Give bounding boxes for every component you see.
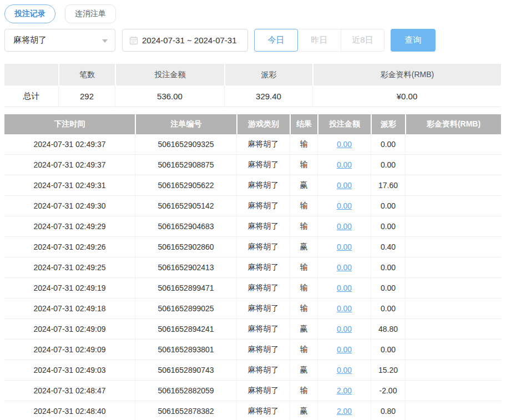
summary-header-bet-amount: 投注金额 [115,64,224,85]
bet-amount-link[interactable]: 0.00 [337,263,352,272]
summary-total-row: 总计 292 536.00 329.40 ¥0.00 [4,85,501,107]
cell-jackpot [405,278,501,298]
cell-payout: 15.20 [371,360,405,381]
cell-game-type: 麻将胡了 [236,278,290,298]
cell-order-id: 5061652878382 [135,401,236,420]
cell-order-id: 5061652894241 [135,319,236,340]
summary-table: 笔数 投注金额 派彩 彩金资料(RMB) 总计 292 536.00 329.4… [4,64,501,107]
cell-game-type: 麻将胡了 [236,216,290,237]
bet-amount-link[interactable]: 0.00 [337,140,352,149]
bet-amount-link[interactable]: 0.00 [337,181,352,190]
records-header-row: 下注时间 注单编号 游戏类别 结果 投注金额 派彩 彩金资料(RMB) [4,114,501,134]
header-payout: 派彩 [371,114,405,134]
cell-bet-amount: 0.00 [317,216,371,237]
cell-bet-amount: 0.00 [317,237,371,257]
range-btn-today[interactable]: 今日 [254,29,298,52]
tab-bet-records[interactable]: 投注记录 [4,4,55,23]
top-tabs: 投注记录 连消注单 [4,4,502,23]
summary-header-count: 笔数 [58,64,115,85]
bet-amount-link[interactable]: 0.00 [337,242,352,251]
range-btn-last8days[interactable]: 近8日 [341,29,384,52]
cell-bet-time: 2024-07-31 02:49:18 [4,298,135,319]
bet-amount-link[interactable]: 0.00 [337,345,352,354]
cell-game-type: 麻将胡了 [236,319,290,340]
summary-header-jackpot: 彩金资料(RMB) [312,64,501,85]
cell-game-type: 麻将胡了 [236,340,290,360]
cell-bet-amount: 0.00 [317,155,371,175]
cell-payout: 0.00 [371,298,405,319]
bet-amount-link[interactable]: 0.00 [337,201,352,210]
cell-jackpot [405,401,501,420]
cell-jackpot [405,381,501,401]
cell-bet-amount: 0.00 [317,175,371,196]
cell-bet-time: 2024-07-31 02:49:31 [4,175,135,196]
bet-amount-link[interactable]: 0.00 [337,160,352,169]
cell-bet-time: 2024-07-31 02:48:47 [4,381,135,401]
cell-order-id: 5061652899471 [135,278,236,298]
cell-bet-time: 2024-07-31 02:49:03 [4,360,135,381]
summary-header-payout: 派彩 [224,64,312,85]
cell-jackpot [405,155,501,175]
bet-amount-link[interactable]: 0.00 [337,366,352,375]
cell-order-id: 5061652905142 [135,196,236,216]
table-row: 2024-07-31 02:49:25 5061652902413 麻将胡了 输… [4,257,501,278]
game-select[interactable]: 麻将胡了 [4,29,115,52]
cell-order-id: 5061652909325 [135,134,236,155]
bet-amount-link[interactable]: 0.00 [337,222,352,231]
cell-jackpot [405,340,501,360]
cell-bet-amount: 0.00 [317,196,371,216]
cell-game-type: 麻将胡了 [236,175,290,196]
cell-payout: 0.00 [371,196,405,216]
bet-amount-link[interactable]: 0.00 [337,304,352,313]
cell-jackpot [405,257,501,278]
cell-order-id: 5061652899025 [135,298,236,319]
cell-order-id: 5061652905622 [135,175,236,196]
cell-bet-time: 2024-07-31 02:49:25 [4,257,135,278]
bet-amount-link[interactable]: 2.00 [337,386,352,395]
cell-bet-time: 2024-07-31 02:49:09 [4,340,135,360]
cell-payout: 0.80 [371,401,405,420]
summary-total-label: 总计 [4,85,58,107]
cell-order-id: 5061652902860 [135,237,236,257]
cell-result: 赢 [290,401,317,420]
bet-amount-link[interactable]: 0.00 [337,325,352,333]
filter-bar: 麻将胡了 2024-07-31 ~ 2024-07-31 今日 [4,29,502,52]
cell-jackpot [405,175,501,196]
cell-bet-amount: 0.00 [317,298,371,319]
range-btn-today-label: 今日 [268,35,285,45]
cell-bet-amount: 0.00 [317,278,371,298]
summary-total-payout: 329.40 [224,85,312,107]
date-range-input[interactable]: 2024-07-31 ~ 2024-07-31 [122,29,248,52]
cell-bet-amount: 0.00 [317,257,371,278]
date-range-value: 2024-07-31 ~ 2024-07-31 [142,36,237,45]
table-row: 2024-07-31 02:49:37 5061652908875 麻将胡了 输… [4,155,501,175]
cell-payout: 0.40 [371,237,405,257]
cell-order-id: 5061652882059 [135,381,236,401]
tab-cancelled-orders[interactable]: 连消注单 [65,4,116,23]
calendar-icon [129,36,138,45]
cell-bet-time: 2024-07-31 02:49:29 [4,216,135,237]
table-row: 2024-07-31 02:49:03 5061652890743 麻将胡了 赢… [4,360,501,381]
header-jackpot: 彩金资料(RMB) [405,114,501,134]
bet-amount-link[interactable]: 2.00 [337,407,352,416]
cell-result: 输 [290,340,317,360]
cell-payout: 0.00 [371,278,405,298]
summary-total-jackpot: ¥0.00 [312,85,501,107]
cell-bet-amount: 0.00 [317,340,371,360]
query-button[interactable]: 查询 [391,29,436,52]
header-game-type: 游戏类别 [236,114,290,134]
range-btn-yesterday-label: 昨日 [311,35,328,45]
bet-amount-link[interactable]: 0.00 [337,284,352,292]
range-btn-yesterday[interactable]: 昨日 [297,29,341,52]
cell-game-type: 麻将胡了 [236,298,290,319]
cell-result: 赢 [290,319,317,340]
cell-game-type: 麻将胡了 [236,381,290,401]
cell-result: 输 [290,278,317,298]
cell-result: 输 [290,155,317,175]
header-bet-time: 下注时间 [4,114,135,134]
table-row: 2024-07-31 02:49:18 5061652899025 麻将胡了 输… [4,298,501,319]
cell-game-type: 麻将胡了 [236,237,290,257]
table-row: 2024-07-31 02:49:26 5061652902860 麻将胡了 赢… [4,237,501,257]
cell-game-type: 麻将胡了 [236,196,290,216]
table-row: 2024-07-31 02:49:19 5061652899471 麻将胡了 输… [4,278,501,298]
